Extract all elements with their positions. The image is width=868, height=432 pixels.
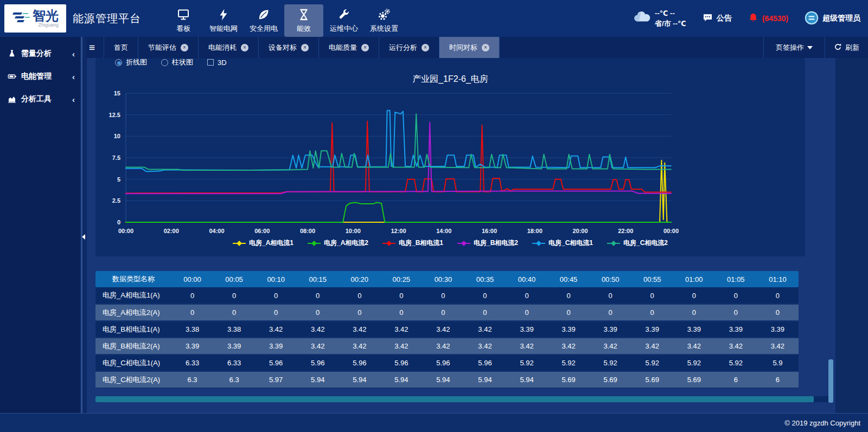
sidebar-collapse-handle[interactable] xyxy=(81,233,86,241)
table-cell: 3.42 xyxy=(673,338,715,354)
table-cell: 0 xyxy=(171,287,213,304)
tab-close-icon[interactable]: × xyxy=(241,44,248,51)
tab-close-icon[interactable]: × xyxy=(301,44,309,51)
table-cell: 5.94 xyxy=(339,371,380,388)
table-cell: 6 xyxy=(715,371,757,388)
svg-text:0: 0 xyxy=(117,219,120,225)
sidebar: 需量分析‹电能管理‹分析工具‹ xyxy=(0,37,80,413)
main-content: 折线图柱状图3D 产业园_1F2-6_电房 02.557.51012.51500… xyxy=(87,58,835,413)
radio-icon[interactable] xyxy=(115,59,122,66)
sidebar-item-电能管理[interactable]: 电能管理‹ xyxy=(0,65,80,88)
tab-首页[interactable]: 首页 xyxy=(104,37,138,58)
sidebar-item-需量分析[interactable]: 需量分析‹ xyxy=(0,42,80,65)
tab-节能评估[interactable]: 节能评估× xyxy=(138,37,199,58)
column-header: 00:55 xyxy=(631,271,673,287)
logo-subtext: Zhiguang xyxy=(33,23,59,28)
table-cell: 5.92 xyxy=(631,354,673,371)
tab-close-icon[interactable]: × xyxy=(181,44,188,51)
table-cell: 3.39 xyxy=(171,338,213,354)
tab-电能质量[interactable]: 电能质量× xyxy=(319,37,379,58)
table-cell: 5.69 xyxy=(673,371,715,388)
legend-marker-icon xyxy=(457,241,470,246)
nav-item-看板[interactable]: 看板 xyxy=(164,4,203,37)
chevron-left-icon: ‹ xyxy=(72,49,75,59)
user-name: 超级管理员 xyxy=(822,14,860,23)
horizontal-scrollbar-thumb[interactable] xyxy=(95,396,814,402)
checkbox-icon[interactable] xyxy=(207,59,214,66)
legend-item-电房_B相电流2[interactable]: 电房_B相电流2 xyxy=(457,238,518,248)
user-menu[interactable]: 超级管理员 xyxy=(805,11,860,27)
tab-设备对标[interactable]: 设备对标× xyxy=(259,37,319,58)
legend-item-电房_B相电流1[interactable]: 电房_B相电流1 xyxy=(382,238,443,248)
table-cell: 0 xyxy=(506,304,548,321)
tab-close-icon[interactable]: × xyxy=(422,44,429,51)
legend-label: 电房_A相电流1 xyxy=(249,238,293,248)
nav-item-label: 系统设置 xyxy=(370,24,398,34)
row-label: 电房_C相电流1(A) xyxy=(95,354,171,371)
nav-item-能效[interactable]: 能效 xyxy=(284,4,323,37)
chart-legend: 电房_A相电流1电房_A相电流2电房_B相电流1电房_B相电流2电房_C相电流1… xyxy=(95,238,805,248)
row-label: 电房_C相电流2(A) xyxy=(95,371,171,388)
radio-label: 柱状图 xyxy=(172,58,193,67)
tab-close-icon[interactable]: × xyxy=(361,44,369,51)
logo[interactable]: 智光 Zhiguang xyxy=(4,4,66,33)
column-header: 00:25 xyxy=(380,271,422,287)
notice-button[interactable]: 公告 xyxy=(703,12,732,24)
radio-柱状图[interactable]: 柱状图 xyxy=(161,58,193,67)
table-cell: 3.39 xyxy=(548,321,590,338)
refresh-button[interactable]: 刷新 xyxy=(825,37,868,58)
legend-item-电房_C相电流1[interactable]: 电房_C相电流1 xyxy=(532,238,593,248)
table-cell: 0 xyxy=(548,287,590,304)
radio-折线图[interactable]: 折线图 xyxy=(115,58,147,67)
nav-item-安全用电[interactable]: 安全用电 xyxy=(244,4,283,37)
table-cell: 0 xyxy=(380,287,422,304)
table-cell: 5.96 xyxy=(380,354,422,371)
tab-close-icon[interactable]: × xyxy=(482,44,489,51)
table-cell: 5.96 xyxy=(339,354,380,371)
table-cell: 5.69 xyxy=(590,371,631,388)
legend-marker-icon xyxy=(532,241,545,246)
top-nav: 看板智能电网安全用电能效运维中心系统设置 xyxy=(164,0,404,37)
legend-label: 电房_B相电流2 xyxy=(474,238,518,248)
system-settings-icon xyxy=(378,8,391,21)
table-cell: 3.42 xyxy=(422,338,464,354)
table-cell: 6.3 xyxy=(213,371,255,388)
nav-item-系统设置[interactable]: 系统设置 xyxy=(365,4,404,37)
tab-operations-dropdown[interactable]: 页签操作 xyxy=(763,37,825,58)
refresh-icon xyxy=(834,43,842,53)
checkbox-3D[interactable]: 3D xyxy=(207,59,227,67)
column-header: 00:35 xyxy=(464,271,506,287)
tab-label: 运行分析 xyxy=(389,43,417,53)
legend-item-电房_A相电流2[interactable]: 电房_A相电流2 xyxy=(308,238,368,248)
radio-icon[interactable] xyxy=(161,59,168,66)
svg-text:00:00: 00:00 xyxy=(663,228,679,234)
nav-item-智能电网[interactable]: 智能电网 xyxy=(204,4,243,37)
nav-item-label: 智能电网 xyxy=(209,24,238,34)
tab-运行分析[interactable]: 运行分析× xyxy=(379,37,439,58)
tab-电能消耗[interactable]: 电能消耗× xyxy=(199,37,259,58)
column-header: 00:50 xyxy=(590,271,631,287)
sidebar-scrollbar[interactable] xyxy=(81,37,82,413)
alarm-button[interactable]: (64530) xyxy=(748,12,788,24)
chart-type-controls: 折线图柱状图3D xyxy=(115,58,805,69)
legend-item-电房_A相电流1[interactable]: 电房_A相电流1 xyxy=(233,238,293,248)
vertical-scrollbar-thumb[interactable] xyxy=(828,359,833,403)
smart-grid-icon xyxy=(217,8,230,21)
table-cell: 3.39 xyxy=(590,321,631,338)
sidebar-item-label: 分析工具 xyxy=(21,94,52,104)
weather-widget: --℃ -- 省/市 --℃ xyxy=(633,8,686,29)
tab-label: 设备对标 xyxy=(269,43,297,53)
table-cell: 3.42 xyxy=(590,338,631,354)
horizontal-scrollbar-track[interactable] xyxy=(95,396,830,402)
radio-label: 折线图 xyxy=(126,58,147,67)
legend-marker-icon xyxy=(308,241,321,246)
svg-text:22:00: 22:00 xyxy=(618,228,633,234)
table-cell: 0 xyxy=(255,304,297,321)
series-电房_C相电流1 xyxy=(126,111,671,172)
table-cell: 3.39 xyxy=(506,321,548,338)
tab-时间对标[interactable]: 时间对标× xyxy=(439,37,500,58)
sidebar-item-分析工具[interactable]: 分析工具‹ xyxy=(0,88,80,111)
avatar-icon xyxy=(805,11,819,27)
nav-item-运维中心[interactable]: 运维中心 xyxy=(324,4,363,37)
legend-item-电房_C相电流2[interactable]: 电房_C相电流2 xyxy=(607,238,668,248)
